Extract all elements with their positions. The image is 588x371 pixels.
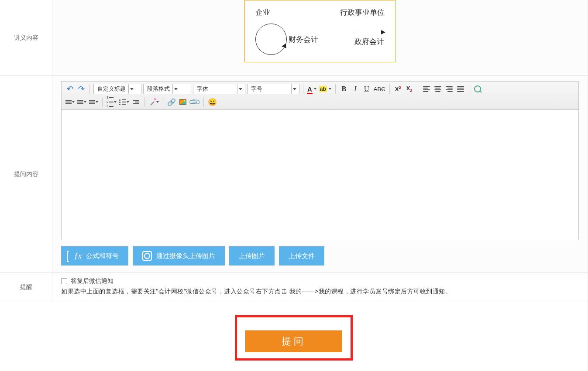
font-family-select[interactable]: 字体 [193, 84, 245, 94]
formula-button[interactable]: ƒx 公式和符号 [61, 246, 128, 265]
submit-button[interactable]: 提问 [245, 330, 342, 352]
redo-button[interactable]: ↶ [76, 84, 86, 94]
superscript-button[interactable]: X2 [393, 84, 403, 94]
font-color-button[interactable]: A [306, 84, 317, 94]
question-content-label: 提问内容 [0, 76, 52, 272]
attachment-button[interactable]: 📎 [189, 97, 200, 107]
reminder-label: 提醒 [0, 273, 52, 302]
italic-button[interactable]: I [350, 84, 361, 94]
wechat-notify-checkbox[interactable] [61, 278, 67, 284]
camera-icon [142, 251, 152, 261]
custom-title-select[interactable]: 自定义标题 [93, 84, 141, 94]
wechat-notify-label: 答复后微信通知 [71, 277, 113, 285]
image-icon [179, 99, 186, 105]
wand-icon [149, 99, 156, 106]
emoji-button[interactable]: 😀 [207, 97, 218, 107]
paragraph-format-select[interactable]: 段落格式 [143, 84, 191, 94]
align-center-button[interactable] [433, 84, 443, 94]
align-justify-button[interactable] [455, 84, 466, 94]
reminder-row: 提醒 答复后微信通知 如果选中上面的复选框，需要关注"会计网校"微信公众号，进入… [0, 273, 588, 302]
emoji-icon: 😀 [208, 98, 217, 107]
image-button[interactable] [178, 97, 188, 107]
submit-area: 提问 [0, 302, 588, 371]
strikethrough-button[interactable]: ABC [373, 84, 386, 94]
magnifier-icon [474, 85, 481, 92]
highlight-button[interactable]: ab [318, 84, 332, 94]
camera-upload-button[interactable]: 通过摄像头上传图片 [133, 246, 225, 265]
indent-button[interactable] [131, 97, 141, 107]
preview-button[interactable] [472, 84, 483, 94]
paperclip-icon: 📎 [188, 95, 202, 109]
editor-textarea[interactable] [61, 109, 579, 240]
underline-button[interactable]: U [361, 84, 372, 94]
upload-file-button[interactable]: 上传文件 [279, 246, 324, 265]
undo-button[interactable]: ↶ [65, 84, 75, 94]
lecture-content-row: 讲义内容 企业 行政事业单位 财务会计 政府会计 [0, 0, 588, 76]
editor-toolbar: ↶ ↶ 自定义标题 段落格式 字体 字号 A ab B I U ABC [61, 81, 579, 109]
diagram-text-administrative: 行政事业单位 [340, 7, 385, 17]
subscript-button[interactable]: X2 [404, 84, 415, 94]
align-left-button[interactable] [421, 84, 432, 94]
circle-arrow-icon [255, 24, 287, 55]
unordered-list-button[interactable] [118, 97, 130, 107]
link-icon: 🔗 [167, 98, 176, 106]
arrow-right-icon [354, 32, 385, 33]
lecture-content-label: 讲义内容 [0, 0, 52, 75]
ordered-list-button[interactable]: 123 [106, 97, 117, 107]
question-content-row: 提问内容 ↶ ↶ 自定义标题 段落格式 字体 字号 A ab B I [0, 76, 588, 273]
diagram-text-government: 政府会计 [354, 37, 384, 47]
align-right-button[interactable] [444, 84, 454, 94]
font-size-select[interactable]: 字号 [247, 84, 299, 94]
line-height-button-1[interactable] [65, 97, 76, 107]
format-brush-button[interactable] [148, 97, 160, 107]
submit-highlight-frame: 提问 [235, 315, 353, 361]
bold-button[interactable]: B [339, 84, 349, 94]
diagram-text-enterprise: 企业 [255, 7, 270, 17]
diagram-text-financial: 财务会计 [289, 34, 318, 44]
reminder-hint: 如果选中上面的复选框，需要关注"会计网校"微信公众号，进入公众号右下方点击 我的… [61, 288, 579, 296]
lecture-diagram: 企业 行政事业单位 财务会计 政府会计 [244, 0, 395, 62]
link-button[interactable]: 🔗 [166, 97, 177, 107]
line-height-button-2[interactable] [76, 97, 87, 107]
upload-image-button[interactable]: 上传图片 [229, 246, 275, 265]
formula-icon: ƒx [71, 252, 82, 261]
line-height-button-3[interactable] [88, 97, 99, 107]
